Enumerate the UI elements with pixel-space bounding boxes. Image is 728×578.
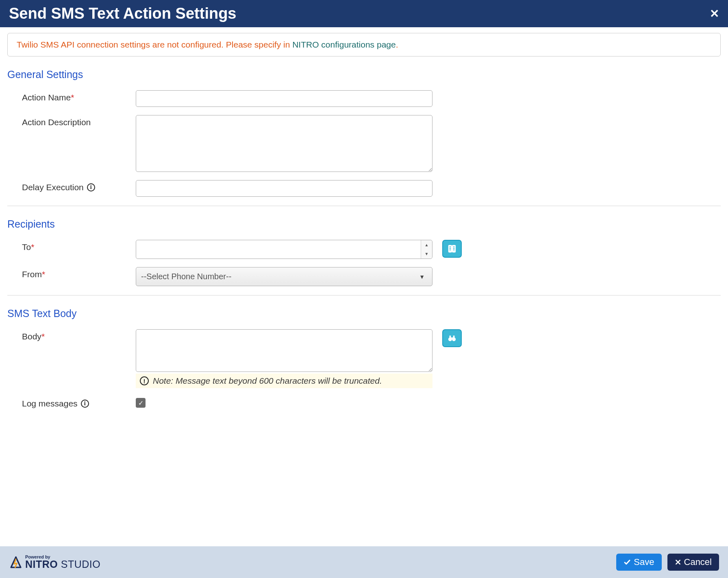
alert-text-suffix: . (396, 40, 398, 49)
combo-spinner[interactable]: ▲ ▼ (421, 240, 432, 259)
to-input[interactable] (136, 240, 421, 259)
section-general-title: General Settings (7, 69, 721, 80)
row-body: Body* ! Note: Message text beyond 600 c (22, 325, 721, 392)
from-selected-value: --Select Phone Number-- (141, 272, 231, 281)
note-text: Note: Message text beyond 600 characters… (153, 376, 382, 386)
address-book-icon (448, 244, 456, 253)
label-from: From* (22, 267, 136, 279)
nitro-config-link[interactable]: NITRO configurations page (292, 40, 396, 49)
action-name-input[interactable] (136, 90, 432, 107)
binoculars-icon (448, 334, 456, 343)
cancel-button[interactable]: Cancel (667, 554, 719, 571)
action-description-input[interactable] (136, 115, 432, 172)
from-select[interactable]: --Select Phone Number-- ▼ (136, 267, 432, 286)
info-icon[interactable]: i (81, 400, 89, 408)
save-button[interactable]: Save (616, 554, 661, 571)
body-input[interactable] (136, 329, 432, 372)
close-icon (675, 559, 681, 565)
delay-execution-input[interactable] (136, 180, 432, 197)
alert-text-prefix: Twilio SMS API connection settings are n… (17, 40, 292, 49)
label-action-name: Action Name* (22, 90, 136, 102)
config-warning-alert: Twilio SMS API connection settings are n… (7, 33, 721, 56)
row-from: From* --Select Phone Number-- ▼ (22, 263, 721, 290)
row-delay-execution: Delay Execution i (22, 176, 721, 201)
row-action-name: Action Name* (22, 86, 721, 111)
label-log-messages: Log messages i (22, 396, 136, 409)
address-book-button[interactable] (442, 240, 462, 258)
svg-rect-11 (453, 336, 455, 338)
label-delay-execution: Delay Execution i (22, 180, 136, 192)
divider (7, 206, 721, 206)
label-action-description: Action Description (22, 115, 136, 127)
divider (7, 295, 721, 296)
chevron-down-icon: ▼ (419, 274, 425, 280)
dialog-header: Send SMS Text Action Settings ✕ (0, 0, 728, 27)
svg-rect-12 (451, 337, 453, 339)
info-icon[interactable]: i (87, 183, 95, 191)
row-to: To* ▲ ▼ (22, 236, 721, 263)
svg-rect-10 (450, 336, 451, 338)
dialog-title: Send SMS Text Action Settings (9, 5, 237, 22)
nitro-logo: Powered by NITRO STUDIO (9, 555, 100, 569)
row-log-messages: Log messages i ✓ (22, 392, 721, 413)
body-note: ! Note: Message text beyond 600 characte… (136, 374, 432, 388)
label-body: Body* (22, 329, 136, 341)
section-body-title: SMS Text Body (7, 308, 721, 319)
exclamation-icon: ! (140, 376, 149, 385)
row-action-description: Action Description (22, 111, 721, 176)
brand-text: NITRO STUDIO (25, 559, 100, 569)
lookup-button[interactable] (442, 329, 462, 347)
chevron-up-icon[interactable]: ▲ (421, 240, 432, 250)
logo-icon (9, 556, 23, 569)
dialog-footer: Powered by NITRO STUDIO Save Cancel (0, 546, 728, 578)
chevron-down-icon[interactable]: ▼ (421, 250, 432, 259)
to-combo[interactable]: ▲ ▼ (136, 240, 432, 259)
close-icon[interactable]: ✕ (710, 7, 719, 20)
section-recipients-title: Recipients (7, 218, 721, 230)
log-messages-checkbox[interactable]: ✓ (136, 398, 146, 408)
dialog-content: Twilio SMS API connection settings are n… (0, 27, 728, 546)
label-to: To* (22, 240, 136, 252)
check-icon (624, 558, 631, 566)
